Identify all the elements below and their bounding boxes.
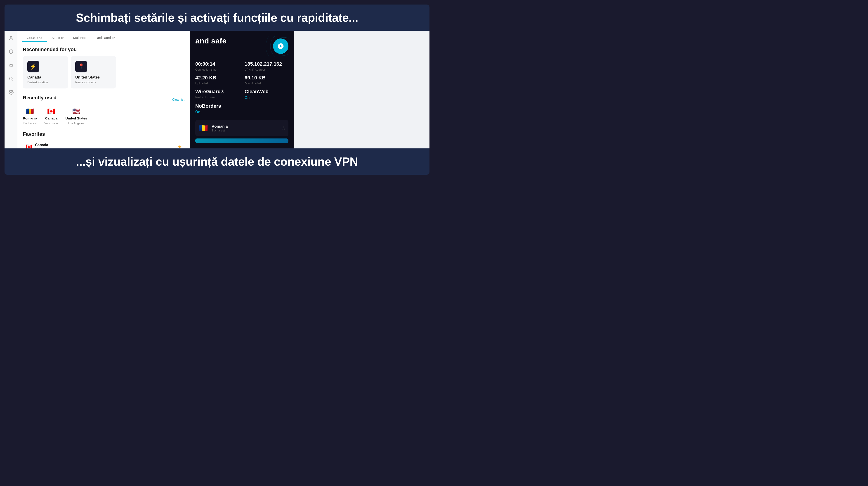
status-title: and safe xyxy=(195,36,226,46)
downloaded-label: Downloaded xyxy=(245,82,288,85)
us-sub: Nearest country xyxy=(75,81,112,84)
canada-country: Canada xyxy=(45,116,57,120)
stat-cleanweb: CleanWeb On xyxy=(245,89,288,99)
recently-used-list: 🇷🇴 Romania Bucharest 🇨🇦 Canada Vancouver… xyxy=(23,108,184,125)
main-content: Locations Static IP MultiHop Dedicated I… xyxy=(4,31,430,148)
us-icon: 📍 xyxy=(75,61,87,73)
connected-location[interactable]: 🇷🇴 Romania Bucharest ☆ xyxy=(195,120,288,136)
recently-used-section: Recently used Clear list 🇷🇴 Romania Buch… xyxy=(23,95,184,125)
connected-city: Bucharest xyxy=(212,129,279,132)
svg-point-4 xyxy=(10,92,12,93)
connected-star-icon[interactable]: ☆ xyxy=(282,125,286,131)
recommended-title: Recommended for you xyxy=(23,47,184,53)
uploaded-value: 42.20 KB xyxy=(195,75,239,81)
tab-multihop[interactable]: MultiHop xyxy=(69,34,91,42)
noborders-status: On xyxy=(195,110,239,114)
top-banner: Schimbați setările și activați funcțiile… xyxy=(4,4,430,31)
protocol-label: Protocol in use xyxy=(195,95,239,99)
canada-flag-icon: 🇨🇦 xyxy=(47,108,55,115)
locations-panel: Locations Static IP MultiHop Dedicated I… xyxy=(18,31,190,148)
vpn-app-panel: Locations Static IP MultiHop Dedicated I… xyxy=(4,31,190,148)
connected-info: Romania Bucharest xyxy=(212,124,279,132)
svg-line-3 xyxy=(12,80,13,81)
stat-connection-time: 00:00:14 Connection time xyxy=(195,61,239,71)
connected-flag-container: 🇷🇴 xyxy=(198,123,209,134)
svg-point-0 xyxy=(10,36,12,38)
protocol-value: WireGuard® xyxy=(195,89,239,94)
cleanweb-status: On xyxy=(245,95,288,99)
canada-city: Vancouver xyxy=(44,121,58,125)
sidebar-shield-icon[interactable] xyxy=(7,48,15,55)
recommended-section: Recommended for you ⚡ Canada Fastest loc… xyxy=(23,47,184,88)
favorite-canada[interactable]: 🇨🇦 Canada Fastest ★ xyxy=(23,141,184,148)
recommended-canada[interactable]: ⚡ Canada Fastest location xyxy=(23,56,68,88)
vpn-button-circle[interactable] xyxy=(273,38,288,54)
favorites-section: Favorites 🇨🇦 Canada Fastest ★ xyxy=(23,131,184,148)
canada-name: Canada xyxy=(27,75,64,80)
favorite-canada-sub: Fastest xyxy=(35,147,48,148)
sidebar-bug-icon[interactable] xyxy=(7,61,15,69)
ip-address-value: 185.102.217.162 xyxy=(245,61,288,67)
stat-uploaded: 42.20 KB Uploaded xyxy=(195,75,239,85)
stat-noborders: NoBorders On xyxy=(195,103,239,114)
uploaded-label: Uploaded xyxy=(195,82,239,85)
svg-point-1 xyxy=(10,64,12,66)
stat-protocol: WireGuard® Protocol in use xyxy=(195,89,239,99)
recently-used-header: Recently used Clear list xyxy=(23,95,184,104)
recommended-grid: ⚡ Canada Fastest location 📍 United State… xyxy=(23,56,184,88)
favorite-canada-flag: 🇨🇦 xyxy=(26,144,32,149)
vpn-status-panel: and safe 00:00:14 Connection time xyxy=(190,31,294,148)
downloaded-value: 69.10 KB xyxy=(245,75,288,81)
ip-address-label: VPN IP Address xyxy=(245,68,288,71)
stats-grid: 00:00:14 Connection time 185.102.217.162… xyxy=(195,61,288,114)
connection-time-value: 00:00:14 xyxy=(195,61,239,67)
us-name: United States xyxy=(75,75,112,80)
canada-icon: ⚡ xyxy=(27,61,39,73)
canada-sub: Fastest location xyxy=(27,81,64,84)
tab-bar: Locations Static IP MultiHop Dedicated I… xyxy=(18,31,190,42)
favorites-list: 🇨🇦 Canada Fastest ★ 🇬🇧 xyxy=(23,141,184,148)
status-header: and safe xyxy=(195,36,288,57)
connect-button[interactable] xyxy=(195,139,288,143)
panel-body: Recommended for you ⚡ Canada Fastest loc… xyxy=(18,42,190,148)
us-city: Los Angeles xyxy=(68,121,84,125)
sidebar-person-icon[interactable] xyxy=(7,34,15,41)
tab-locations[interactable]: Locations xyxy=(22,34,47,42)
svg-point-2 xyxy=(9,77,12,80)
romania-flag-icon: 🇷🇴 xyxy=(26,108,34,115)
recommended-us[interactable]: 📍 United States Nearest country xyxy=(71,56,116,88)
romania-country: Romania xyxy=(23,116,37,120)
clear-list-button[interactable]: Clear list xyxy=(172,98,184,102)
noborders-label: NoBorders xyxy=(195,103,239,109)
sidebar-search-icon[interactable] xyxy=(7,75,15,82)
cleanweb-label: CleanWeb xyxy=(245,89,288,94)
top-banner-text: Schimbați setările și activați funcțiile… xyxy=(76,11,358,24)
power-icon xyxy=(277,43,284,50)
romania-city: Bucharest xyxy=(23,121,37,125)
stat-downloaded: 69.10 KB Downloaded xyxy=(245,75,288,85)
tab-static-ip[interactable]: Static IP xyxy=(47,34,69,42)
favorite-canada-info: Canada Fastest xyxy=(35,143,48,148)
favorite-canada-name: Canada xyxy=(35,143,48,147)
us-country: United States xyxy=(66,116,87,120)
bottom-banner: ...și vizualizați cu ușurință datele de … xyxy=(4,148,430,175)
sidebar xyxy=(5,31,18,148)
favorites-title: Favorites xyxy=(23,131,184,137)
bottom-banner-text: ...și vizualizați cu ușurință datele de … xyxy=(76,155,358,168)
connected-country: Romania xyxy=(212,124,279,129)
favorite-canada-left: 🇨🇦 Canada Fastest xyxy=(26,143,48,148)
recently-used-title: Recently used xyxy=(23,95,57,101)
recent-romania[interactable]: 🇷🇴 Romania Bucharest xyxy=(23,108,37,125)
connected-flag-icon: 🇷🇴 xyxy=(199,124,208,132)
favorite-canada-star[interactable]: ★ xyxy=(178,144,182,149)
sidebar-settings-icon[interactable] xyxy=(7,89,15,96)
us-flag-icon: 🇺🇸 xyxy=(72,108,80,115)
connection-time-label: Connection time xyxy=(195,68,239,71)
recent-us[interactable]: 🇺🇸 United States Los Angeles xyxy=(66,108,87,125)
stat-ip-address: 185.102.217.162 VPN IP Address xyxy=(245,61,288,71)
recent-canada[interactable]: 🇨🇦 Canada Vancouver xyxy=(44,108,58,125)
tab-dedicated-ip[interactable]: Dedicated IP xyxy=(91,34,120,42)
vpn-circle-container xyxy=(261,36,288,57)
